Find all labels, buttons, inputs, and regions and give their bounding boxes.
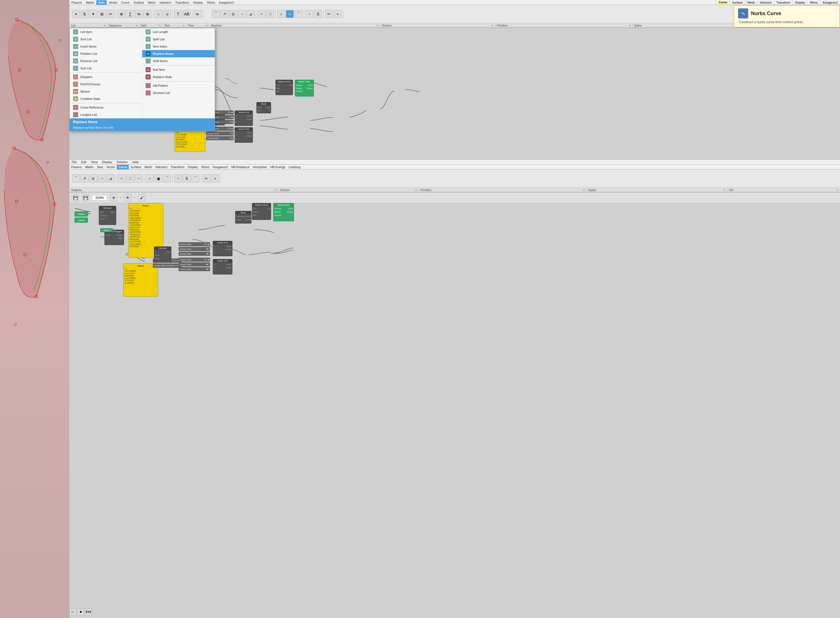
file-menu-solution[interactable]: Solution (114, 160, 130, 164)
sm-maths[interactable]: Maths (83, 165, 95, 169)
rtab-transform[interactable]: Transform (774, 0, 793, 5)
viewport-3d[interactable] (0, 0, 70, 618)
curve-tb-11[interactable]: ~ (305, 10, 313, 18)
bottom-btn-1[interactable]: ▷ (70, 609, 76, 615)
menu-combine-data[interactable]: ⊕ Combine Data (70, 95, 142, 103)
tb-btn-9[interactable]: ⊗ (144, 10, 152, 18)
file-menu-file[interactable]: File (70, 160, 79, 164)
tb-btn-4[interactable]: ⊞ (98, 10, 106, 18)
menu-sort-list[interactable]: ⇅ Sort List (70, 36, 142, 43)
tb2-btn-2[interactable]: ↗ (80, 175, 88, 183)
tb2-btn-3[interactable]: ⊙ (89, 175, 97, 183)
sm-intersect[interactable]: Intersect (154, 165, 169, 169)
vector-xyz2-top[interactable]: Vector XYZ XYZ VectorLength (235, 127, 253, 143)
menu-reverse-list[interactable]: ⇆ Reverse List (70, 57, 142, 65)
curve-tb-14[interactable]: + (334, 10, 342, 18)
sm-honeybee[interactable]: Honeybee (251, 165, 268, 169)
tb-btn-7[interactable]: ∑ (126, 10, 134, 18)
tb2-btn-16[interactable]: + (211, 175, 219, 183)
nurbs-curve-node-top[interactable]: Nurbs Curve VerticesDegreePeriodic Curve… (295, 80, 314, 97)
tb2-btn-10[interactable]: ◉ (155, 175, 162, 183)
replace-items-row[interactable]: ✦ Replace Items (142, 50, 215, 57)
tb2-btn-15[interactable]: ✂ (203, 175, 210, 183)
slider-vec-lower-6[interactable]: Number Slider ◀ 0 (179, 267, 210, 271)
tb-btn-12[interactable]: T (174, 10, 182, 18)
slider-vec-lower-4[interactable]: Number Slider 100 ◀ (179, 258, 210, 261)
save-icon[interactable]: 💾 (71, 194, 79, 201)
tb-btn-6[interactable]: ⊕ (118, 10, 125, 18)
menu-list-item[interactable]: ≡ List Item (70, 28, 142, 36)
sm-hb-energy[interactable]: HB-Energy (268, 165, 287, 169)
curve-tb-10[interactable]: ⌒ (295, 10, 302, 18)
sm-rhino[interactable]: Rhino (200, 165, 211, 169)
tb-btn-1[interactable]: ≡ (72, 10, 80, 18)
menu-dispatch[interactable]: ⇀ Dispatch (70, 73, 142, 80)
slider-lower-2[interactable]: Number Slider 3 ◀ (153, 263, 182, 268)
tb2-btn-5[interactable]: ⊿ (107, 175, 115, 183)
menu-maths[interactable]: Maths (84, 0, 96, 5)
menu-null-item[interactable]: ∅ Null Item (142, 66, 215, 73)
curve-tb-13[interactable]: ✂ (325, 10, 333, 18)
menu-surface[interactable]: Surface (132, 0, 146, 5)
curve-tb-5[interactable]: ⊿ (247, 10, 255, 18)
slider-vec-5[interactable]: Number Slider 0 ◀ (206, 131, 234, 135)
menu-params[interactable]: Params (70, 0, 84, 5)
file-menu-display[interactable]: Display (100, 160, 114, 164)
menu-pick-choose[interactable]: ☞ Pick'N'Choose (70, 80, 142, 88)
menu-list-length[interactable]: # List Length (142, 28, 215, 36)
slider-vec-lower-5[interactable]: Number Slider ◀ 0 (179, 262, 210, 266)
menu-longest-list[interactable]: ↔ Longest List (70, 111, 142, 118)
save-as-icon[interactable]: 💾 (82, 194, 89, 201)
curve-input-2[interactable]: Curve (74, 218, 88, 223)
tb2-btn-8[interactable]: ⋯ (135, 175, 143, 183)
tb2-btn-1[interactable]: ⌒ (72, 175, 80, 183)
curve-tb-7[interactable]: ∷ (266, 10, 274, 18)
tb-btn-8[interactable]: ⇆ (135, 10, 143, 18)
menu-weave[interactable]: ⋈ Weave (70, 88, 142, 95)
tb2-btn-13[interactable]: S (183, 175, 191, 183)
menu-partition-list[interactable]: ⊞ Partition List (70, 50, 142, 57)
rtab-mesh[interactable]: Mesh (745, 0, 757, 5)
vector-xyz1-lower[interactable]: Vector XYZ XYZ VectorLength (213, 241, 232, 256)
rtab-kangaroo2[interactable]: Kangaroo2 (820, 0, 840, 5)
menu-kangaroo[interactable]: Kangaroo2 (217, 0, 236, 5)
file-menu-help[interactable]: Help (130, 160, 141, 164)
tb2-btn-4[interactable]: → (98, 175, 106, 183)
slider-vec-6[interactable]: Number Slider 0 ◀ (206, 136, 234, 140)
sm-vector[interactable]: Vector (105, 165, 117, 169)
curve-tb-4[interactable]: → (238, 10, 246, 18)
slider-vec-lower-1[interactable]: Number Slider 100 ◀ (179, 242, 210, 246)
replace-items-lower[interactable]: Replace Items ListIndicesItem List (252, 203, 271, 220)
sm-ladybug[interactable]: Ladybug (287, 165, 302, 169)
tb-btn-5[interactable]: ✂ (107, 10, 115, 18)
tb-btn-13[interactable]: AB (183, 10, 191, 18)
list-item-lower[interactable]: List Item LIndexWrap Item (154, 247, 171, 263)
tb-btn-2[interactable]: ⇅ (80, 10, 88, 18)
menu-insert-items[interactable]: ↙ Insert Items (70, 43, 142, 50)
sm-transform[interactable]: Transform (169, 165, 186, 169)
tb2-btn-12[interactable]: ~ (174, 175, 182, 183)
menu-transform[interactable]: Transform (173, 0, 191, 5)
menu-replace-nulls[interactable]: ↺ Replace Nulls (142, 73, 215, 80)
curve-tb-2[interactable]: ↗ (220, 10, 228, 18)
paint-tool[interactable]: 🖌 (138, 194, 145, 201)
curve-tb-1[interactable]: ⌒ (212, 10, 220, 18)
vector-xyz1-top[interactable]: Vector XYZ XYZ VectorLength (235, 110, 253, 126)
vector-xyz2-lower[interactable]: Vector XYZ XYZ VectorLength (213, 259, 232, 275)
menu-split-list[interactable]: ✂ Split List (142, 36, 215, 43)
sweep1-lower[interactable]: Sweep1 RailSectionsM ter Brep (99, 206, 116, 225)
sm-mesh[interactable]: Mesh (143, 165, 154, 169)
menu-sets[interactable]: Sets (96, 0, 107, 5)
sm-display[interactable]: Display (186, 165, 200, 169)
tb-btn-3[interactable]: ✦ (89, 10, 97, 18)
tb2-btn-7[interactable]: ∷ (126, 175, 134, 183)
menu-cross-reference[interactable]: ✕ Cross Reference (70, 104, 142, 111)
curve-tb-8[interactable]: ○ (277, 10, 285, 18)
rtab-display[interactable]: Display (792, 0, 807, 5)
tb-btn-14[interactable]: ⊳ (194, 10, 202, 18)
tb2-btn-6[interactable]: ÷ (118, 175, 125, 183)
slider-vec-lower-2[interactable]: Number Slider ◀ 0 (179, 247, 210, 251)
menu-rhino[interactable]: Rhino (205, 0, 217, 5)
tb2-btn-9[interactable]: ○ (146, 175, 154, 183)
sm-hb-radiance[interactable]: HB-Radiance (229, 165, 251, 169)
